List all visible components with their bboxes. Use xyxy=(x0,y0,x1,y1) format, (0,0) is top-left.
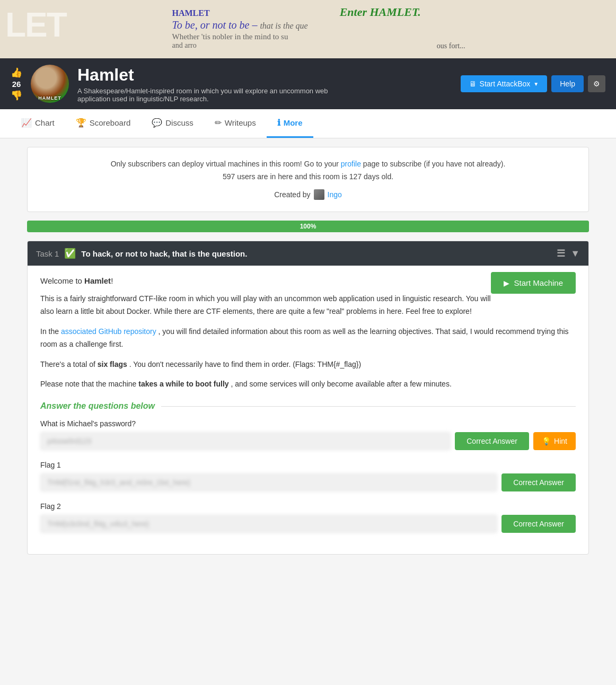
start-machine-label: Start Machine xyxy=(514,278,563,287)
hero-script-line2: Whether 'tis nobler in the mind to su xyxy=(172,32,307,41)
correct-answer-button-2[interactable]: Correct Answer xyxy=(501,473,576,491)
task-title: To hack, or not to hack, that is the que… xyxy=(81,249,247,258)
tabs-bar: 📈 Chart 🏆 Scoreboard 💬 Discuss ✏ Writeup… xyxy=(0,109,616,138)
hero-script-line1: To be, or not to be – that is the que xyxy=(172,19,307,31)
start-machine-button[interactable]: ▶ Start Machine xyxy=(491,272,576,294)
hint-bulb-icon: 💡 xyxy=(542,437,551,445)
correct-answer-button-3[interactable]: Correct Answer xyxy=(501,515,576,533)
answer-input-1[interactable]: p4ssw0rd123 xyxy=(40,432,451,450)
thumbup-icon[interactable]: 👍 xyxy=(11,67,22,78)
progress-bar: 100% xyxy=(27,221,589,232)
answer-section-title: Answer the questions below xyxy=(40,401,576,411)
para4-post: , and some services will only become ava… xyxy=(231,380,451,388)
para2-pre: In the xyxy=(40,327,59,336)
hero-background-text: HAMLET To be, or not to be – that is the… xyxy=(0,0,616,58)
room-avatar: HAMLET xyxy=(31,65,69,103)
task-paragraph4: Please note that the machine takes a whi… xyxy=(40,378,576,391)
settings-button[interactable]: ⚙ xyxy=(588,75,605,92)
tab-chart[interactable]: 📈 Chart xyxy=(11,109,65,138)
progress-bar-container: 100% xyxy=(27,221,589,232)
hero-enter-hamlet: Enter HAMLET. xyxy=(340,5,421,19)
question-label-2: Flag 1 xyxy=(40,461,576,469)
trophy-icon: 🏆 xyxy=(76,118,86,128)
para3-post: . You don't necessarily have to find the… xyxy=(129,360,361,368)
room-header: 👍 26 👎 HAMLET Hamlet A Shakespeare/Hamle… xyxy=(0,58,616,109)
task-section: Task 1 ✅ To hack, or not to hack, that i… xyxy=(27,241,589,555)
help-label: Help xyxy=(560,80,575,88)
start-machine-row: ▶ Start Machine xyxy=(491,272,576,294)
comment-icon: 💬 xyxy=(152,118,162,128)
created-by-text: Created by xyxy=(274,189,310,201)
vote-section: 👍 26 👎 xyxy=(11,67,22,101)
room-title: Hamlet xyxy=(77,65,452,85)
tab-chart-label: Chart xyxy=(35,118,55,127)
tab-discuss-label: Discuss xyxy=(165,118,193,127)
tab-more[interactable]: ℹ More xyxy=(267,109,313,138)
room-info: Hamlet A Shakespeare/Hamlet-inspired roo… xyxy=(77,65,452,103)
tab-more-label: More xyxy=(284,118,303,127)
welcome-bold: Hamlet xyxy=(84,276,111,285)
creator-avatar xyxy=(314,189,324,200)
task-paragraph2: In the associated GitHub repository , yo… xyxy=(40,326,576,351)
creator-link[interactable]: Ingo xyxy=(328,189,342,201)
hero-script-hamlet: HAMLET xyxy=(172,8,307,18)
attackbox-dropdown-arrow: ▼ xyxy=(533,81,539,87)
task-paragraph3: There's a total of six flags . You don't… xyxy=(40,358,576,371)
hero-banner: HAMLET To be, or not to be – that is the… xyxy=(0,0,616,58)
answer-row-1: p4ssw0rd123 Correct Answer 💡 Hint xyxy=(40,432,576,450)
chart-icon: 📈 xyxy=(21,118,32,128)
task-body: ▶ Start Machine Welcome to Hamlet! This … xyxy=(28,266,588,554)
question-block-3: Flag 2 THM{s3c0nd_fl4g_v4lu3_here} Corre… xyxy=(40,502,576,533)
tab-scoreboard[interactable]: 🏆 Scoreboard xyxy=(65,109,142,138)
progress-label: 100% xyxy=(300,223,316,230)
para4-pre: Please note that the machine xyxy=(40,380,136,388)
github-link[interactable]: associated GitHub repository xyxy=(61,327,156,336)
para3-pre: There's a total of xyxy=(40,360,95,368)
answer-input-2[interactable]: THM{f1rst_fl4g_h3r3_and_m0re_t3xt_here} xyxy=(40,473,497,491)
para4-bold: takes a while to boot fully xyxy=(138,380,228,388)
info-text-pre: Only subscribers can deploy virtual mach… xyxy=(111,160,339,168)
play-icon: ▶ xyxy=(504,279,509,287)
info-box: Only subscribers can deploy virtual mach… xyxy=(27,147,589,212)
room-avatar-label: HAMLET xyxy=(38,95,61,101)
info-stats: 597 users are in here and this room is 1… xyxy=(38,171,578,183)
gear-icon: ⚙ xyxy=(593,80,600,88)
task-paragraph1: This is a fairly straightforward CTF-lik… xyxy=(40,293,576,318)
start-attackbox-button[interactable]: 🖥 Start AttackBox ▼ xyxy=(461,75,548,92)
profile-link[interactable]: profile xyxy=(341,160,363,168)
task-header-right: ☰ ▼ xyxy=(557,248,580,259)
thumbdown-icon[interactable]: 👎 xyxy=(11,90,22,101)
tab-writeups[interactable]: ✏ Writeups xyxy=(204,109,267,138)
answer-row-3: THM{s3c0nd_fl4g_v4lu3_here} Correct Answ… xyxy=(40,515,576,533)
answer-input-3[interactable]: THM{s3c0nd_fl4g_v4lu3_here} xyxy=(40,515,497,533)
attackbox-icon: 🖥 xyxy=(469,80,477,88)
question-block-1: What is Michael's password? p4ssw0rd123 … xyxy=(40,419,576,450)
tab-discuss[interactable]: 💬 Discuss xyxy=(141,109,204,138)
task-collapse-icon[interactable]: ▼ xyxy=(570,248,580,259)
tab-scoreboard-label: Scoreboard xyxy=(90,118,131,127)
info-text-post: page to subscribe (if you have not alrea… xyxy=(363,160,506,168)
task-number: Task 1 xyxy=(36,249,59,258)
task-header: Task 1 ✅ To hack, or not to hack, that i… xyxy=(28,241,588,266)
vote-count: 26 xyxy=(12,80,21,89)
creator-line: Created by Ingo xyxy=(38,189,578,201)
hint-button-1[interactable]: 💡 Hint xyxy=(533,432,576,450)
task-grid-icon[interactable]: ☰ xyxy=(557,248,565,259)
site-logo: LET xyxy=(5,5,66,45)
question-label-1: What is Michael's password? xyxy=(40,419,576,428)
hero-script-line3: and arro xyxy=(172,41,307,50)
hero-script-end: ous fort... xyxy=(437,42,465,50)
pencil-icon: ✏ xyxy=(215,118,222,128)
info-icon: ℹ xyxy=(277,118,280,128)
help-button[interactable]: Help xyxy=(551,75,584,92)
task-complete-icon: ✅ xyxy=(64,248,76,259)
room-description: A Shakespeare/Hamlet-inspired room in wh… xyxy=(77,87,353,103)
question-block-2: Flag 1 THM{f1rst_fl4g_h3r3_and_m0re_t3xt… xyxy=(40,461,576,491)
tab-writeups-label: Writeups xyxy=(225,118,256,127)
attackbox-label: Start AttackBox xyxy=(480,80,531,88)
header-actions: 🖥 Start AttackBox ▼ Help ⚙ xyxy=(461,75,605,92)
info-message: Only subscribers can deploy virtual mach… xyxy=(38,158,578,171)
correct-answer-button-1[interactable]: Correct Answer xyxy=(455,432,529,450)
para3-bold: six flags xyxy=(98,360,127,368)
answer-row-2: THM{f1rst_fl4g_h3r3_and_m0re_t3xt_here} … xyxy=(40,473,576,491)
